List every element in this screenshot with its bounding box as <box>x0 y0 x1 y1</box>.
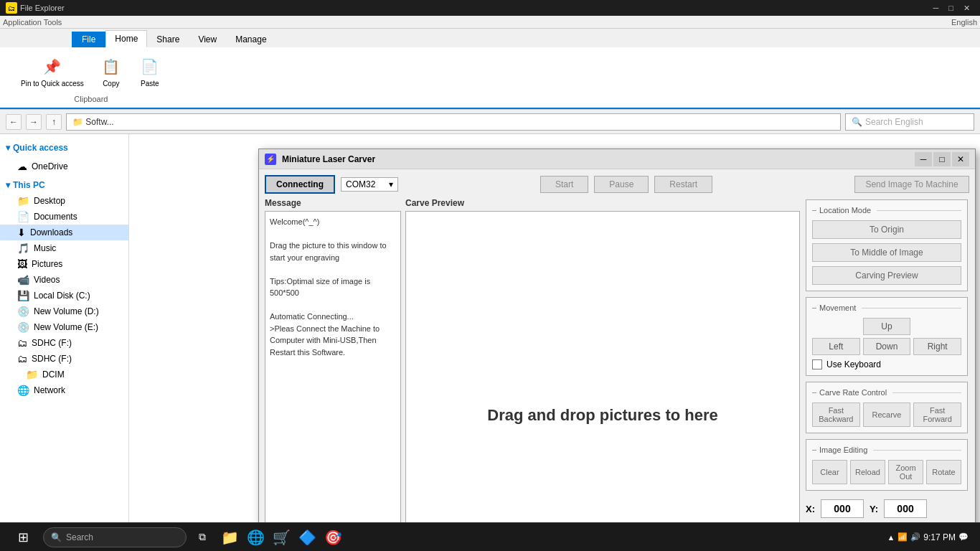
restart-button[interactable]: Restart <box>654 176 712 193</box>
message-line-auto: Automatic Connecting... <box>270 311 396 323</box>
use-keyboard-row[interactable]: Use Keyboard <box>812 359 961 369</box>
up-button[interactable]: ↑ <box>46 114 62 130</box>
com-port-select[interactable]: COM32 ▾ <box>341 177 398 192</box>
message-line-welcome: Welcome(^_^) <box>270 216 396 228</box>
task-view-icon: ⧉ <box>199 531 206 543</box>
tab-home[interactable]: Home <box>105 30 147 47</box>
taskbar-store-icon[interactable]: 🛒 <box>270 526 293 549</box>
localdisk-label: Local Disk (C:) <box>34 291 90 301</box>
fast-forward-button[interactable]: Fast Forward <box>913 402 961 427</box>
right-button[interactable]: Right <box>913 338 961 355</box>
sidebar-quickaccess-header[interactable]: ▾ Quick access <box>0 140 128 156</box>
carve-rate-grid: Fast Backward Recarve Fast Forward <box>812 402 961 427</box>
network-tray-icon[interactable]: 📶 <box>897 532 908 542</box>
search-placeholder: Search English <box>865 117 923 127</box>
start-button[interactable]: ⊞ <box>6 526 40 549</box>
back-button[interactable]: ← <box>6 114 22 130</box>
dialog-minimize-button[interactable]: ─ <box>915 152 932 166</box>
connecting-button[interactable]: Connecting <box>265 175 335 194</box>
carve-preview-label: Carve Preview <box>405 198 800 208</box>
tray-up-icon[interactable]: ▲ <box>887 533 895 542</box>
sidebar-section-thispc: ▾ This PC 📁 Desktop 📄 Documents ⬇ Downlo… <box>0 177 128 398</box>
main-area: ▾ Quick access ☁ OneDrive ▾ This PC 📁 De… <box>0 134 980 535</box>
sidebar-item-localdisk[interactable]: 💾 Local Disk (C:) <box>0 288 128 303</box>
address-bar[interactable]: 📁 Softw... <box>66 113 841 131</box>
volumee-icon: 💿 <box>17 321 29 333</box>
task-view-button[interactable]: ⧉ <box>189 526 215 549</box>
sidebar-item-music[interactable]: 🎵 Music <box>0 240 128 256</box>
desktop-icon: 📁 <box>17 195 29 207</box>
sidebar-item-onedrive[interactable]: ☁ OneDrive <box>0 159 128 174</box>
fast-backward-button[interactable]: Fast Backward <box>812 402 860 427</box>
sidebar-item-volumed[interactable]: 💿 New Volume (D:) <box>0 303 128 319</box>
drag-drop-text: Drag and drop pictures to here <box>487 406 718 425</box>
sidebar-item-sdhcf1[interactable]: 🗂 SDHC (F:) <box>0 335 128 351</box>
maximize-button[interactable]: □ <box>944 4 958 13</box>
tab-share[interactable]: Share <box>147 31 189 47</box>
paste-button[interactable]: 📄 Paste <box>133 52 166 91</box>
volume-icon[interactable]: 🔊 <box>910 532 920 542</box>
x-label: X: <box>806 504 815 514</box>
zoom-out-button[interactable]: Zoom Out <box>888 460 923 484</box>
reload-button[interactable]: Reload <box>850 460 885 484</box>
sidebar-item-volumee[interactable]: 💿 New Volume (E:) <box>0 319 128 335</box>
sidebar-thispc-header[interactable]: ▾ This PC <box>0 177 128 193</box>
tab-view[interactable]: View <box>189 31 226 47</box>
send-image-button[interactable]: Send Image To Machine <box>854 176 969 193</box>
tab-file[interactable]: File <box>72 32 105 47</box>
dialog-close-button[interactable]: ✕ <box>952 152 969 166</box>
pictures-label: Pictures <box>32 259 62 269</box>
ribbon-content: 📌 Pin to Quick access 📋 Copy 📄 Paste Cli… <box>0 47 980 109</box>
nav-bar: ← → ↑ 📁 Softw... 🔍 Search English <box>0 110 980 134</box>
taskbar-app1-icon[interactable]: 🔷 <box>296 526 319 549</box>
address-path: 📁 Softw... <box>72 117 114 127</box>
clear-button[interactable]: Clear <box>812 460 847 484</box>
up-button[interactable]: Up <box>863 318 911 335</box>
carve-drop-zone[interactable]: Drag and drop pictures to here <box>405 211 800 535</box>
sidebar-item-videos[interactable]: 📹 Videos <box>0 272 128 288</box>
recarve-button[interactable]: Recarve <box>863 402 911 427</box>
localdisk-icon: 💾 <box>17 290 29 301</box>
dialog-maximize-button[interactable]: □ <box>933 152 951 166</box>
sidebar-item-sdhcf2[interactable]: 🗂 SDHC (F:) <box>0 351 128 367</box>
taskbar-explorer-icon[interactable]: 📁 <box>218 526 241 549</box>
to-origin-button[interactable]: To Origin <box>812 220 961 239</box>
videos-icon: 📹 <box>17 274 29 286</box>
rotate-button[interactable]: Rotate <box>926 460 961 484</box>
system-tray: ▲ 📶 🔊 9:17 PM 💬 <box>881 532 974 542</box>
use-keyboard-checkbox[interactable] <box>812 359 822 369</box>
to-middle-button[interactable]: To Middle of Image <box>812 243 961 262</box>
taskbar-edge-icon[interactable]: 🌐 <box>244 526 267 549</box>
time-display[interactable]: 9:17 PM <box>923 532 956 542</box>
down-button[interactable]: Down <box>863 338 911 355</box>
sidebar-item-pictures[interactable]: 🖼 Pictures <box>0 256 128 272</box>
tab-manage[interactable]: Manage <box>226 31 275 47</box>
search-bar[interactable]: 🔍 Search English <box>845 113 974 131</box>
copy-button[interactable]: 📋 Copy <box>95 52 128 91</box>
forward-button[interactable]: → <box>26 114 42 130</box>
pause-button[interactable]: Pause <box>594 176 649 193</box>
dialog-title-text: Miniature Laser Carver <box>282 154 909 164</box>
taskbar-search[interactable]: 🔍 Search <box>43 527 187 547</box>
start-button[interactable]: Start <box>540 176 588 193</box>
taskbar-app2-icon[interactable]: 🎯 <box>321 526 344 549</box>
explorer-icon: 📁 <box>221 529 239 546</box>
sidebar-item-desktop[interactable]: 📁 Desktop <box>0 193 128 209</box>
carving-preview-button[interactable]: Carving Preview <box>812 266 961 285</box>
copy-label: Copy <box>103 80 119 88</box>
sidebar-item-documents[interactable]: 📄 Documents <box>0 209 128 225</box>
onedrive-label: OneDrive <box>32 161 68 171</box>
sidebar-item-network[interactable]: 🌐 Network <box>0 382 128 398</box>
sidebar-item-dcim[interactable]: 📁 DCIM <box>0 367 128 382</box>
app2-icon: 🎯 <box>324 529 342 546</box>
minimize-button[interactable]: ─ <box>929 4 943 13</box>
sidebar-item-downloads[interactable]: ⬇ Downloads <box>0 225 128 240</box>
pin-quickaccess-button[interactable]: 📌 Pin to Quick access <box>16 52 89 92</box>
left-button[interactable]: Left <box>812 338 860 355</box>
location-mode-title: Location Mode <box>812 206 961 215</box>
dialog-title-bar: ⚡ Miniature Laser Carver ─ □ ✕ <box>259 149 975 169</box>
close-button[interactable]: ✕ <box>959 4 974 13</box>
message-line-connect: >Pleas Connect the Machine to Computer w… <box>270 323 396 359</box>
title-bar-app-icon: 🗂 <box>6 2 17 14</box>
notification-icon[interactable]: 💬 <box>958 532 969 542</box>
